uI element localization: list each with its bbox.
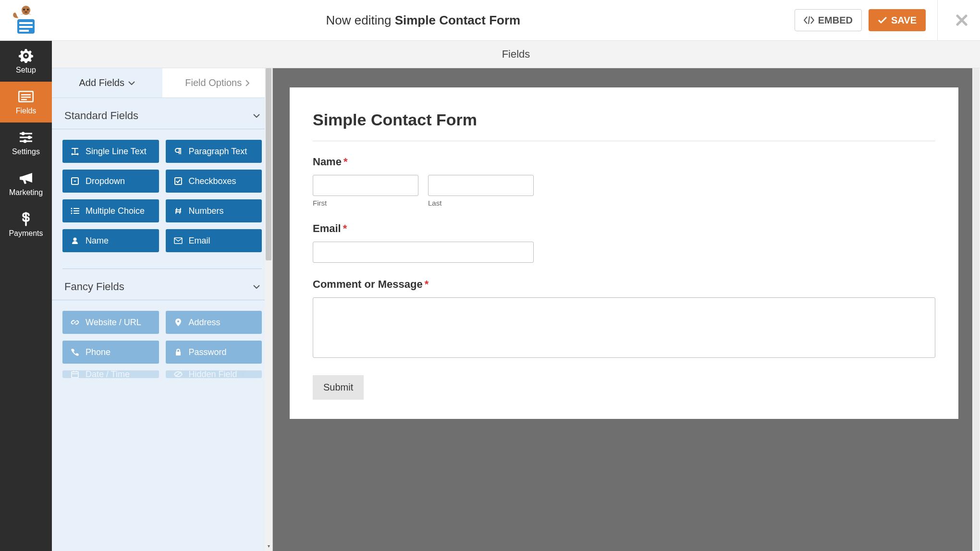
field-website-url[interactable]: Website / URL	[62, 311, 159, 334]
last-name-input[interactable]	[428, 175, 534, 196]
field-numbers[interactable]: Numbers	[166, 199, 262, 222]
svg-rect-23	[72, 372, 78, 378]
required-marker: *	[343, 222, 347, 234]
section-standard-header[interactable]: Standard Fields	[52, 98, 272, 129]
list-icon	[70, 208, 80, 214]
svg-point-19	[74, 238, 77, 241]
section-fancy-header[interactable]: Fancy Fields	[52, 269, 272, 300]
form-title: Simple Contact Form	[313, 110, 935, 141]
form-icon	[18, 89, 34, 104]
gear-icon	[19, 49, 33, 63]
scroll-thumb[interactable]	[973, 68, 979, 551]
dollar-icon	[21, 212, 31, 226]
nav-settings[interactable]: Settings	[0, 122, 52, 163]
form-name: Simple Contact Form	[395, 13, 520, 27]
user-icon	[70, 237, 80, 245]
code-icon	[804, 16, 814, 24]
embed-button[interactable]: EMBED	[795, 9, 862, 31]
scroll-thumb[interactable]	[266, 68, 271, 260]
field-checkboxes[interactable]: Checkboxes	[166, 170, 262, 193]
editing-prefix: Now editing	[326, 13, 392, 27]
eye-slash-icon	[173, 371, 183, 378]
field-hidden[interactable]: Hidden Field	[166, 370, 262, 378]
svg-rect-10	[21, 99, 27, 100]
nav-setup[interactable]: Setup	[0, 41, 52, 82]
check-icon	[878, 16, 887, 24]
calendar-icon	[70, 370, 80, 378]
field-paragraph-text[interactable]: Paragraph Text	[166, 140, 262, 163]
field-date-time[interactable]: Date / Time	[62, 370, 159, 378]
panel-scrollbar[interactable]: ▴ ▾	[265, 68, 272, 551]
svg-point-17	[71, 210, 73, 212]
envelope-icon	[173, 237, 183, 244]
email-input[interactable]	[313, 242, 534, 263]
chevron-down-icon	[253, 114, 260, 118]
canvas-scrollbar[interactable]	[972, 68, 980, 551]
field-name[interactable]: Name* First Last	[313, 156, 935, 207]
sublabel-first: First	[313, 199, 418, 207]
field-phone[interactable]: Phone	[62, 341, 159, 364]
field-email[interactable]: Email	[166, 229, 262, 252]
chevron-down-icon	[128, 81, 135, 85]
left-nav: Setup Fields Settings Marketing Payments	[0, 41, 52, 551]
save-button[interactable]: SAVE	[869, 9, 926, 31]
pin-icon	[173, 318, 183, 327]
svg-point-12	[28, 135, 31, 139]
top-actions: EMBED SAVE	[795, 0, 980, 41]
top-bar: Now editing Simple Contact Form EMBED SA…	[0, 0, 980, 41]
field-dropdown[interactable]: Dropdown	[62, 170, 159, 193]
svg-point-13	[24, 139, 27, 143]
first-name-input[interactable]	[313, 175, 418, 196]
svg-point-2	[24, 11, 27, 13]
scroll-down-arrow[interactable]: ▾	[265, 543, 272, 551]
page-title: Now editing Simple Contact Form	[52, 13, 795, 28]
text-width-icon	[70, 147, 80, 155]
field-label-comment: Comment or Message*	[313, 278, 935, 291]
field-name[interactable]: Name	[62, 229, 159, 252]
close-button[interactable]	[953, 12, 970, 29]
phone-icon	[70, 348, 80, 356]
field-label-email: Email*	[313, 222, 935, 235]
megaphone-icon	[19, 171, 33, 185]
field-label-name: Name*	[313, 156, 935, 168]
section-title: Fields	[52, 41, 980, 68]
svg-rect-15	[175, 178, 182, 184]
nav-fields[interactable]: Fields	[0, 82, 52, 122]
svg-rect-6	[19, 30, 29, 32]
svg-rect-8	[21, 94, 31, 96]
app-logo	[0, 5, 52, 36]
svg-point-16	[71, 208, 73, 209]
comment-textarea[interactable]	[313, 297, 935, 358]
field-single-line-text[interactable]: Single Line Text	[62, 140, 159, 163]
field-multiple-choice[interactable]: Multiple Choice	[62, 199, 159, 222]
field-address[interactable]: Address	[166, 311, 262, 334]
nav-marketing[interactable]: Marketing	[0, 163, 52, 204]
form-canvas: Simple Contact Form Name* First	[273, 68, 980, 551]
close-icon	[956, 14, 968, 26]
chevron-down-icon	[253, 285, 260, 289]
chevron-right-icon	[245, 80, 249, 86]
tab-field-options[interactable]: Field Options	[162, 68, 273, 98]
caret-square-icon	[70, 177, 80, 185]
paragraph-icon	[173, 147, 183, 155]
svg-rect-9	[21, 97, 31, 98]
field-password[interactable]: Password	[166, 341, 262, 364]
field-comment[interactable]: Comment or Message*	[313, 278, 935, 360]
svg-rect-4	[19, 22, 33, 24]
lock-icon	[173, 348, 183, 356]
svg-rect-20	[174, 238, 182, 244]
svg-point-0	[23, 9, 25, 11]
sublabel-last: Last	[428, 199, 534, 207]
nav-payments[interactable]: Payments	[0, 204, 52, 245]
link-icon	[70, 318, 80, 327]
svg-point-18	[71, 213, 73, 214]
svg-point-21	[177, 320, 179, 322]
svg-point-1	[27, 9, 29, 11]
submit-button[interactable]: Submit	[313, 375, 364, 400]
field-email[interactable]: Email*	[313, 222, 935, 263]
tab-add-fields[interactable]: Add Fields	[52, 68, 162, 98]
hash-icon	[173, 207, 183, 215]
sliders-icon	[19, 130, 33, 145]
standard-fields-grid: Single Line Text Paragraph Text Dropdown	[52, 140, 272, 263]
check-square-icon	[173, 177, 183, 185]
